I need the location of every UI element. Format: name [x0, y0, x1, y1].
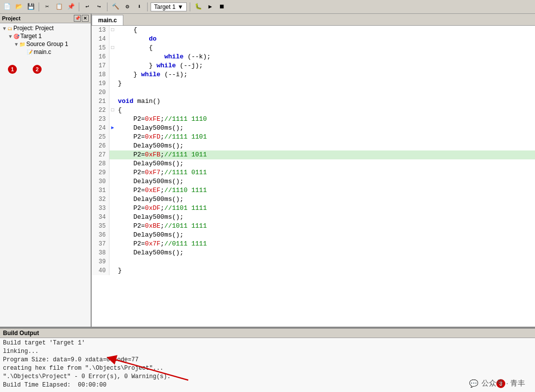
code-content-37[interactable]: P2=0x7F;//0111 1111 — [116, 240, 535, 248]
code-content-36[interactable]: Delay500ms(); — [116, 231, 535, 240]
line-number-19: 19 — [92, 79, 109, 88]
close-panel-button[interactable]: ✕ — [82, 15, 89, 22]
tree-item-project[interactable]: ▼ 🗂 Project: Project — [0, 24, 91, 32]
code-content-23[interactable]: P2=0xFE;//1111 1110 — [116, 115, 535, 124]
code-content-25[interactable]: P2=0xFD;//1111 1101 — [116, 133, 535, 142]
code-content-20[interactable] — [116, 88, 535, 97]
line-number-21: 21 — [92, 97, 109, 106]
code-editor[interactable]: 13□ {14 do15□ {16 while (--k);17 } while… — [92, 26, 535, 327]
code-content-26[interactable]: Delay500ms(); — [116, 142, 535, 150]
line-number-20: 20 — [92, 88, 109, 97]
code-line-27: 27 P2=0xFB;//1111 1011 — [92, 150, 535, 159]
line-number-29: 29 — [92, 168, 109, 177]
project-panel-title: Project — [2, 15, 20, 21]
code-line-35: 35 P2=0xBE;//1011 1111 — [92, 222, 535, 231]
code-content-15[interactable]: { — [116, 44, 535, 52]
code-content-40[interactable]: } — [116, 266, 535, 275]
line-number-30: 30 — [92, 177, 109, 186]
run-icon[interactable]: ▶ — [205, 2, 215, 12]
toolbar-separator-1 — [39, 2, 39, 11]
code-tbody: 13□ {14 do15□ {16 while (--k);17 } while… — [92, 26, 535, 275]
fold-col-18 — [109, 70, 116, 79]
debug-icon[interactable]: 🐛 — [193, 2, 203, 12]
project-root-icon: 🗂 — [7, 26, 12, 31]
fold-col-34 — [109, 213, 116, 222]
tree-item-sourcegroup[interactable]: ▼ 📁 Source Group 1 — [0, 40, 91, 48]
code-line-20: 20 — [92, 88, 535, 97]
expand-icon-target1: ▼ — [8, 34, 13, 39]
target-label: Target 1 — [154, 3, 175, 10]
fold-col-14 — [109, 35, 116, 44]
download-icon[interactable]: ⬇ — [134, 2, 144, 12]
fold-col-35 — [109, 222, 116, 231]
code-content-35[interactable]: P2=0xBE;//1011 1111 — [116, 222, 535, 231]
code-content-14[interactable]: do — [116, 35, 535, 44]
stop-icon[interactable]: ⏹ — [217, 2, 227, 12]
copy-icon[interactable]: 📋 — [54, 2, 64, 12]
line-number-18: 18 — [92, 70, 109, 79]
line-number-28: 28 — [92, 159, 109, 168]
paste-icon[interactable]: 📌 — [66, 2, 76, 12]
build-output-panel: Build Output Build target 'Target 1' lin… — [0, 328, 535, 392]
expand-icon-sourcegroup: ▼ — [14, 42, 19, 47]
code-content-17[interactable]: } while (--j); — [116, 61, 535, 70]
code-content-31[interactable]: P2=0xEF;//1110 1111 — [116, 186, 535, 195]
tree-item-target1[interactable]: ▼ 🎯 Target 1 — [0, 32, 91, 40]
code-content-34[interactable]: Delay500ms(); — [116, 213, 535, 222]
undo-icon[interactable]: ↩ — [82, 2, 92, 12]
open-icon[interactable]: 📂 — [14, 2, 24, 12]
code-content-22[interactable]: { — [116, 106, 535, 115]
toolbar-separator-5 — [190, 2, 190, 11]
code-line-36: 36 Delay500ms(); — [92, 231, 535, 240]
code-content-30[interactable]: Delay500ms(); — [116, 177, 535, 186]
code-content-39[interactable] — [116, 257, 535, 266]
code-content-13[interactable]: { — [116, 26, 535, 35]
circle-2: 2 — [33, 65, 42, 74]
code-content-21[interactable]: void main() — [116, 97, 535, 106]
fold-col-15[interactable]: □ — [109, 44, 116, 52]
code-content-24[interactable]: Delay500ms(); — [116, 124, 535, 133]
execution-arrow: ► — [111, 125, 114, 131]
fold-col-36 — [109, 231, 116, 240]
project-tree: ▼ 🗂 Project: Project ▼ 🎯 Target 1 ▼ 📁 So… — [0, 23, 91, 57]
line-number-31: 31 — [92, 186, 109, 195]
code-content-29[interactable]: P2=0xF7;//1111 0111 — [116, 168, 535, 177]
annotation-arrow-3 — [99, 353, 213, 383]
new-file-icon[interactable]: 📄 — [2, 2, 12, 12]
fold-col-28 — [109, 159, 116, 168]
tab-mainc[interactable]: main.c — [92, 15, 123, 25]
code-content-38[interactable]: Delay500ms(); — [116, 248, 535, 257]
code-content-27[interactable]: P2=0xFB;//1111 1011 — [116, 150, 535, 159]
code-content-32[interactable]: Delay500ms(); — [116, 195, 535, 204]
line-number-17: 17 — [92, 61, 109, 70]
fold-col-26 — [109, 142, 116, 150]
code-content-16[interactable]: while (--k); — [116, 52, 535, 61]
toolbar-separator-2 — [79, 2, 79, 11]
code-content-19[interactable]: } — [116, 79, 535, 88]
project-root-label: Project: Project — [13, 25, 54, 32]
save-icon[interactable]: 💾 — [26, 2, 36, 12]
line-number-37: 37 — [92, 240, 109, 248]
code-line-31: 31 P2=0xEF;//1110 1111 — [92, 186, 535, 195]
code-line-23: 23 P2=0xFE;//1111 1110 — [92, 115, 535, 124]
code-content-28[interactable]: Delay500ms(); — [116, 159, 535, 168]
fold-col-20 — [109, 88, 116, 97]
cut-icon[interactable]: ✂ — [42, 2, 52, 12]
fold-col-13[interactable]: □ — [109, 26, 116, 35]
code-content-33[interactable]: P2=0xDF;//1101 1111 — [116, 204, 535, 213]
code-content-18[interactable]: } while (--i); — [116, 70, 535, 79]
rebuild-icon[interactable]: ⚙ — [122, 2, 132, 12]
panel-header-buttons: 📌 ✕ — [74, 15, 89, 22]
target-icon: 🎯 — [13, 34, 19, 39]
fold-col-22[interactable]: □ — [109, 106, 116, 115]
code-line-28: 28 Delay500ms(); — [92, 159, 535, 168]
redo-icon[interactable]: ↪ — [94, 2, 104, 12]
pin-button[interactable]: 📌 — [74, 15, 81, 22]
fold-col-25 — [109, 133, 116, 142]
line-number-27: 27 — [92, 150, 109, 159]
line-number-25: 25 — [92, 133, 109, 142]
build-line-2: Program Size: data=9.0 xdata=0 code=77 — [3, 356, 532, 364]
build-icon[interactable]: 🔨 — [110, 2, 120, 12]
tree-item-mainc[interactable]: 📝 main.c — [0, 48, 91, 56]
target-selector[interactable]: Target 1 ▼ — [151, 2, 187, 11]
